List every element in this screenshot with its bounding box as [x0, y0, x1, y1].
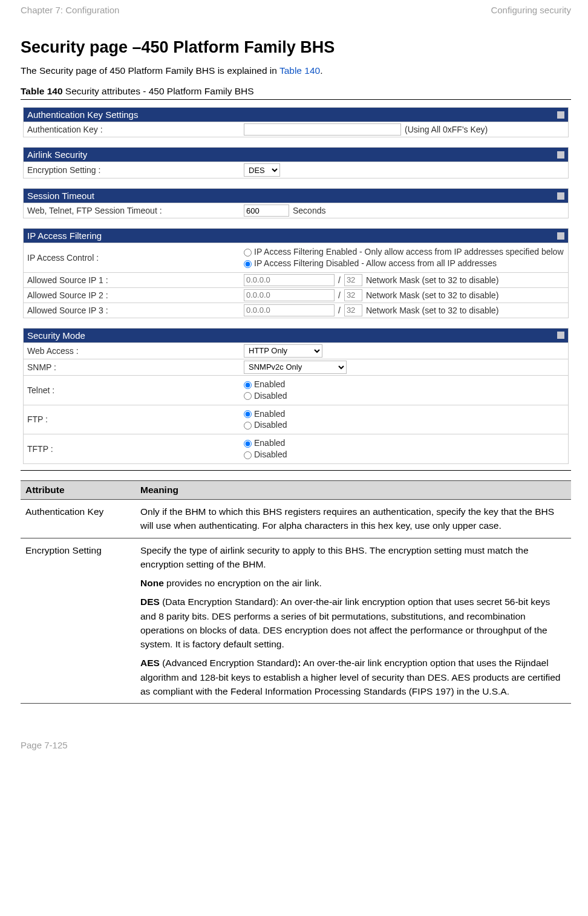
panel-session-timeout: Session Timeout Web, Telnet, FTP Session… — [23, 188, 569, 218]
allowed-ip3-note: Network Mask (set to 32 to disable) — [366, 306, 498, 315]
ip-filter-disabled-radio[interactable] — [244, 260, 252, 268]
allowed-ip3-mask[interactable] — [344, 304, 362, 316]
config-screenshot: Authentication Key Settings Authenticati… — [21, 101, 571, 470]
session-timeout-input[interactable] — [244, 204, 289, 217]
telnet-enabled-radio[interactable] — [244, 381, 252, 389]
tftp-disabled-radio[interactable] — [244, 451, 252, 459]
collapse-icon[interactable] — [557, 111, 564, 119]
snmp-select[interactable]: SNMPv2c Only — [244, 361, 347, 374]
col-meaning: Meaning — [136, 481, 571, 500]
col-attribute: Attribute — [21, 481, 136, 500]
section-label: Configuring security — [491, 5, 571, 15]
session-timeout-label: Web, Telnet, FTP Session Timeout : — [24, 204, 241, 217]
panel-auth-key: Authentication Key Settings Authenticati… — [23, 107, 569, 137]
page-title: Security page –450 Platform Family BHS — [21, 38, 571, 57]
meaning-cell: Only if the BHM to which this BHS regist… — [136, 500, 571, 538]
panel-header-airlink: Airlink Security — [24, 148, 568, 162]
panel-header-secmode: Security Mode — [24, 329, 568, 342]
attr-cell: Authentication Key — [21, 500, 136, 538]
allowed-ip2-input[interactable] — [244, 289, 335, 301]
panel-header-session: Session Timeout — [24, 189, 568, 203]
allowed-ip2-note: Network Mask (set to 32 to disable) — [366, 290, 498, 300]
intro-text: The Security page of 450 Platform Family… — [21, 65, 571, 76]
panel-ip-filtering: IP Access Filtering IP Access Control : … — [23, 228, 569, 318]
auth-key-hint: (Using All 0xFF's Key) — [405, 125, 488, 134]
auth-key-input[interactable] — [244, 123, 401, 136]
ftp-enabled-radio[interactable] — [244, 410, 252, 418]
ftp-label: FTP : — [24, 413, 241, 426]
collapse-icon[interactable] — [557, 332, 564, 339]
collapse-icon[interactable] — [557, 192, 564, 200]
table-row: Encryption SettingSpecify the type of ai… — [21, 538, 571, 704]
encryption-label: Encryption Setting : — [24, 163, 241, 177]
attr-cell: Encryption Setting — [21, 538, 136, 704]
web-access-select[interactable]: HTTP Only — [244, 344, 322, 358]
allowed-ip3-label: Allowed Source IP 3 : — [24, 304, 241, 317]
ip-access-control-label: IP Access Control : — [24, 251, 241, 264]
session-timeout-unit: Seconds — [293, 206, 325, 215]
tftp-label: TFTP : — [24, 442, 241, 456]
snmp-label: SNMP : — [24, 361, 241, 374]
allowed-ip1-mask[interactable] — [344, 274, 362, 286]
encryption-select[interactable]: DES — [244, 163, 280, 177]
allowed-ip2-mask[interactable] — [344, 289, 362, 301]
panel-security-mode: Security Mode Web Access : HTTP Only SNM… — [23, 328, 569, 464]
ftp-disabled-radio[interactable] — [244, 422, 252, 430]
table-caption: Table 140 Security attributes - 450 Plat… — [21, 86, 571, 100]
web-access-label: Web Access : — [24, 344, 241, 358]
allowed-ip1-label: Allowed Source IP 1 : — [24, 273, 241, 287]
tftp-enabled-radio[interactable] — [244, 440, 252, 448]
collapse-icon[interactable] — [557, 232, 564, 240]
chapter-label: Chapter 7: Configuration — [21, 5, 119, 15]
allowed-ip1-input[interactable] — [244, 274, 335, 286]
page-header: Chapter 7: Configuration Configuring sec… — [21, 5, 571, 15]
table-link[interactable]: Table 140 — [279, 65, 320, 76]
telnet-label: Telnet : — [24, 384, 241, 397]
table-row: Authentication KeyOnly if the BHM to whi… — [21, 500, 571, 538]
auth-key-label: Authentication Key : — [24, 123, 241, 136]
telnet-disabled-radio[interactable] — [244, 392, 252, 400]
meaning-cell: Specify the type of airlink security to … — [136, 538, 571, 704]
panel-header-auth: Authentication Key Settings — [24, 108, 568, 122]
allowed-ip3-input[interactable] — [244, 304, 335, 316]
attributes-table: Attribute Meaning Authentication KeyOnly… — [21, 480, 571, 704]
panel-airlink: Airlink Security Encryption Setting : DE… — [23, 147, 569, 178]
ip-filter-enabled-radio[interactable] — [244, 249, 252, 257]
page-number: Page 7-125 — [21, 740, 571, 750]
allowed-ip2-label: Allowed Source IP 2 : — [24, 289, 241, 302]
allowed-ip1-note: Network Mask (set to 32 to disable) — [366, 275, 498, 285]
collapse-icon[interactable] — [557, 151, 564, 159]
panel-header-ipfilter: IP Access Filtering — [24, 229, 568, 243]
